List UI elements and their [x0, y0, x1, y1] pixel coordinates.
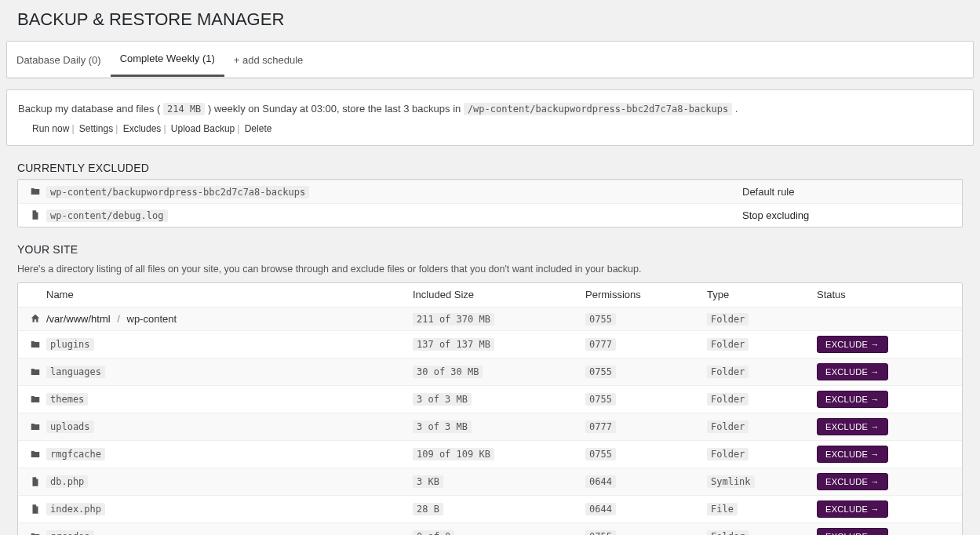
- schedule-suffix: .: [732, 103, 738, 115]
- row-size: 109 of 109 KB: [413, 448, 585, 460]
- tab-database-daily[interactable]: Database Daily (0): [7, 43, 111, 76]
- upload-backup-link[interactable]: Upload Backup: [171, 123, 235, 134]
- table-row: db.php3 KB0644SymlinkEXCLUDE →: [18, 468, 962, 495]
- row-size: 3 of 3 MB: [413, 393, 585, 405]
- exclude-button[interactable]: EXCLUDE →: [817, 363, 888, 380]
- excluded-row: wp-content/debug.logStop excluding: [18, 203, 962, 227]
- row-type: Folder: [707, 393, 817, 405]
- exclude-button[interactable]: EXCLUDE →: [817, 473, 888, 490]
- row-perm: 0755: [585, 366, 707, 377]
- table-row: rmgfcache109 of 109 KB0755FolderEXCLUDE …: [18, 440, 962, 468]
- row-status: EXCLUDE →: [817, 336, 954, 353]
- excluded-rule: Default rule: [742, 186, 954, 198]
- row-perm: 0777: [585, 420, 707, 432]
- breadcrumb-perm: 0755: [585, 313, 707, 325]
- row-status: EXCLUDE →: [817, 363, 954, 380]
- your-site-description: Here's a directory listing of all files …: [17, 264, 974, 275]
- row-size: 0 of 0: [413, 530, 585, 535]
- row-name: rmgfcache: [45, 448, 413, 460]
- folder-link[interactable]: languages: [46, 366, 105, 378]
- tab-complete-weekly[interactable]: Complete Weekly (1): [111, 42, 224, 77]
- row-perm: 0644: [585, 503, 707, 515]
- excludes-link[interactable]: Excludes: [123, 123, 162, 134]
- exclude-button[interactable]: EXCLUDE →: [817, 336, 888, 353]
- breadcrumb-type-value: Folder: [707, 313, 749, 326]
- folder-link[interactable]: themes: [46, 393, 88, 406]
- settings-link[interactable]: Settings: [79, 123, 113, 134]
- folder-icon: [26, 394, 45, 405]
- separator: |: [69, 123, 76, 134]
- row-name: themes: [45, 393, 413, 405]
- table-row: uploads3 of 3 MB0777FolderEXCLUDE →: [18, 413, 962, 440]
- folder-link[interactable]: qrcodes: [46, 530, 94, 535]
- folder-link[interactable]: rmgfcache: [46, 448, 105, 460]
- row-size: 28 B: [413, 503, 585, 515]
- row-perm: 0755: [585, 393, 707, 405]
- schedule-mid: ) weekly on Sunday at 03:00, store the l…: [205, 103, 464, 115]
- row-status: EXCLUDE →: [817, 391, 954, 408]
- col-status-header: Status: [817, 289, 954, 300]
- row-perm: 0755: [585, 530, 707, 535]
- breadcrumb-root[interactable]: /var/www/html: [46, 313, 111, 325]
- separator: |: [113, 123, 120, 134]
- delete-link[interactable]: Delete: [245, 123, 272, 134]
- breadcrumb-perm-value: 0755: [585, 313, 616, 326]
- breadcrumb-separator: /: [113, 313, 124, 325]
- folder-icon: [26, 421, 45, 432]
- col-perm-header: Permissions: [585, 289, 707, 300]
- row-status: EXCLUDE →: [817, 528, 954, 535]
- folder-icon: [26, 449, 45, 460]
- row-type: Folder: [707, 448, 817, 460]
- row-size: 3 KB: [413, 475, 585, 487]
- tab-bar: Database Daily (0) Complete Weekly (1) +…: [7, 42, 973, 78]
- table-row: languages30 of 30 MB0755FolderEXCLUDE →: [18, 358, 962, 385]
- folder-link[interactable]: plugins: [46, 338, 94, 351]
- exclude-button[interactable]: EXCLUDE →: [817, 500, 888, 518]
- row-status: EXCLUDE →: [817, 418, 954, 435]
- exclude-button[interactable]: EXCLUDE →: [817, 528, 888, 535]
- run-now-link[interactable]: Run now: [32, 123, 69, 134]
- file-table: Name Included Size Permissions Type Stat…: [17, 282, 963, 535]
- row-perm: 0755: [585, 448, 707, 460]
- folder-icon: [26, 531, 45, 535]
- row-size: 30 of 30 MB: [413, 366, 585, 377]
- row-type: Folder: [707, 530, 817, 535]
- separator: |: [161, 123, 168, 134]
- exclude-button[interactable]: EXCLUDE →: [817, 446, 888, 463]
- file-icon: [26, 209, 45, 220]
- row-type: Folder: [707, 366, 817, 377]
- exclude-button[interactable]: EXCLUDE →: [817, 391, 888, 408]
- rule-text: Default rule: [742, 186, 794, 198]
- excluded-row: wp-content/backupwordpress-bbc2d7c7a8-ba…: [18, 180, 962, 203]
- excluded-path: wp-content/debug.log: [45, 209, 742, 221]
- row-status: EXCLUDE →: [817, 500, 954, 518]
- row-name: qrcodes: [45, 530, 413, 535]
- row-type: Symlink: [707, 475, 817, 487]
- file-name: index.php: [46, 503, 105, 515]
- col-type-header: Type: [707, 289, 817, 300]
- schedule-path: /wp-content/backupwordpress-bbc2d7c7a8-b…: [464, 103, 732, 115]
- tab-add-schedule[interactable]: + add schedule: [224, 43, 313, 76]
- row-name: languages: [45, 366, 413, 377]
- folder-icon: [26, 339, 45, 350]
- row-size: 3 of 3 MB: [413, 420, 585, 432]
- row-type: Folder: [707, 338, 817, 350]
- home-icon: [26, 313, 45, 324]
- table-row: qrcodes0 of 00755FolderEXCLUDE →: [18, 522, 962, 535]
- row-name: plugins: [45, 338, 413, 350]
- exclude-button[interactable]: EXCLUDE →: [817, 418, 888, 435]
- file-name: db.php: [46, 475, 88, 488]
- breadcrumb-type: Folder: [707, 313, 817, 325]
- excluded-path: wp-content/backupwordpress-bbc2d7c7a8-ba…: [45, 186, 742, 198]
- breadcrumb-current: wp-content: [127, 313, 177, 325]
- tabs-container: Database Daily (0) Complete Weekly (1) +…: [6, 41, 974, 78]
- row-name: db.php: [45, 475, 413, 487]
- excluded-table: wp-content/backupwordpress-bbc2d7c7a8-ba…: [17, 179, 963, 227]
- folder-icon: [26, 366, 45, 377]
- stop-excluding-link[interactable]: Stop excluding: [742, 209, 809, 221]
- row-status: EXCLUDE →: [817, 473, 954, 490]
- breadcrumb-row: /var/www/html / wp-content 211 of 370 MB…: [18, 307, 962, 330]
- row-perm: 0644: [585, 475, 707, 487]
- row-status: EXCLUDE →: [817, 446, 954, 463]
- folder-link[interactable]: uploads: [46, 420, 94, 433]
